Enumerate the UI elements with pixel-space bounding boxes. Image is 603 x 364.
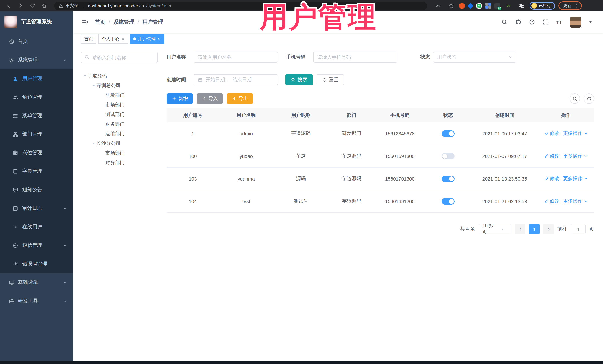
tag-view-tab[interactable]: 用户管理	[130, 34, 164, 44]
close-tab-icon[interactable]	[158, 37, 161, 41]
tree-node-label: 财务部门	[105, 159, 125, 166]
font-size-icon[interactable]: TT	[556, 19, 563, 25]
sidebar-item[interactable]: 在线用户	[0, 218, 73, 236]
status-select[interactable]: 用户状态	[433, 52, 516, 63]
browser-back-icon[interactable]	[4, 1, 13, 11]
tree-node[interactable]: 财务部门	[81, 119, 158, 129]
browser-update-button[interactable]: 更新	[558, 1, 582, 10]
more-actions-link[interactable]: 更多操作	[563, 198, 588, 205]
tree-node[interactable]: 市场部门	[81, 100, 158, 110]
browser-profile-badge[interactable]: 已暂停	[530, 2, 555, 10]
export-button[interactable]: 导出	[227, 93, 253, 104]
reset-button[interactable]: 重置	[316, 74, 344, 85]
divider	[83, 3, 83, 8]
browser-menu-dots-icon[interactable]	[574, 3, 579, 8]
sidebar-item[interactable]: 研发工具	[0, 292, 73, 310]
status-toggle[interactable]	[441, 176, 454, 182]
next-page-button[interactable]	[543, 224, 554, 234]
show-search-icon-button[interactable]	[570, 93, 580, 104]
import-button[interactable]: 导入	[197, 93, 223, 104]
tree-node[interactable]: 芋道源码	[81, 71, 158, 81]
tree-node[interactable]: 市场部门	[81, 148, 158, 158]
browser-home-icon[interactable]	[39, 1, 49, 11]
tree-node[interactable]: 长沙分公司	[81, 139, 158, 148]
sidebar-item[interactable]: 用户管理	[0, 69, 73, 88]
add-button[interactable]: 新增	[167, 93, 193, 104]
edit-link[interactable]: 修改	[544, 130, 559, 137]
logo[interactable]: 芋道管理系统	[0, 11, 73, 32]
sidebar-item[interactable]: 基础设施	[0, 273, 73, 292]
close-tab-icon[interactable]	[121, 37, 125, 41]
browser-reload-icon[interactable]	[27, 1, 37, 11]
tag-view-tab[interactable]: 个人中心	[98, 34, 128, 44]
page-size-select[interactable]: 10条/页	[479, 224, 511, 234]
search-button[interactable]: 搜索	[285, 74, 313, 85]
sidebar-item[interactable]: 系统管理	[0, 51, 73, 69]
caret-down-icon[interactable]	[91, 142, 96, 145]
browser-forward-icon[interactable]	[16, 1, 25, 11]
extensions-puzzle-icon[interactable]	[517, 1, 526, 11]
avatar-caret-down-icon[interactable]	[589, 20, 593, 24]
extension-icon-blue[interactable]	[467, 3, 474, 9]
tree-node[interactable]: 研发部门	[81, 90, 158, 100]
breadcrumb-item[interactable]: 系统管理	[105, 19, 134, 25]
edit-link[interactable]: 修改	[544, 175, 559, 182]
mobile-input[interactable]	[313, 52, 397, 63]
header-search-icon[interactable]	[501, 19, 508, 25]
browser-chrome: 不安全 dashboard.yudao.iocoder.cn/system/us…	[0, 0, 603, 11]
edit-link[interactable]: 修改	[544, 153, 559, 159]
cell-nickname: 芋道	[274, 145, 328, 167]
extension-icon-green-key[interactable]	[504, 1, 513, 11]
extension-icon-on-badge[interactable]: on	[494, 3, 500, 8]
tree-node[interactable]: 运维部门	[81, 129, 158, 139]
sidebar-item[interactable]: 部门管理	[0, 125, 73, 143]
sidebar-item[interactable]: 字典管理	[0, 162, 73, 180]
fullscreen-icon[interactable]	[543, 19, 549, 25]
github-icon[interactable]	[515, 19, 521, 25]
caret-down-icon[interactable]	[82, 74, 88, 78]
tree-node[interactable]: 测试部门	[81, 110, 158, 119]
current-page-button[interactable]: 1	[529, 224, 540, 234]
more-actions-link[interactable]: 更多操作	[563, 153, 588, 159]
dashboard-icon	[9, 39, 14, 44]
sidebar-item[interactable]: 首页	[0, 32, 73, 51]
tree-node[interactable]: 深圳总公司	[81, 81, 158, 90]
date-range-picker[interactable]: 开始日期 - 结束日期	[194, 74, 278, 85]
sidebar-item[interactable]: 通知公告	[0, 180, 73, 199]
extension-icon-green-y[interactable]: y	[476, 3, 482, 9]
more-actions-link[interactable]: 更多操作	[563, 130, 588, 137]
username-input[interactable]	[194, 52, 278, 63]
caret-down-icon[interactable]	[91, 84, 96, 88]
sidebar-item-label: 基础设施	[18, 279, 63, 286]
prev-page-button[interactable]	[515, 224, 525, 234]
calendar-icon	[198, 77, 203, 82]
sidebar-item[interactable]: 短信管理	[0, 236, 73, 255]
bookmark-star-icon[interactable]	[446, 1, 456, 11]
dept-search-input[interactable]	[81, 52, 158, 63]
extension-icon-grid[interactable]	[485, 3, 491, 9]
collapse-sidebar-icon[interactable]	[82, 19, 88, 25]
address-bar[interactable]: 不安全 dashboard.yudao.iocoder.cn/system/us…	[54, 2, 427, 10]
sidebar-item[interactable]: 岗位管理	[0, 143, 73, 162]
sidebar-item[interactable]: 菜单管理	[0, 106, 73, 125]
chevron-down-icon	[63, 206, 67, 210]
extension-icon-orange[interactable]	[459, 3, 465, 9]
help-icon[interactable]	[529, 19, 535, 25]
breadcrumb-item[interactable]: 首页	[95, 19, 105, 25]
tree-node[interactable]: 财务部门	[81, 158, 158, 167]
goto-page-input[interactable]	[571, 224, 586, 234]
tag-view-tab[interactable]: 首页	[81, 34, 96, 44]
sidebar-item[interactable]: 审计日志	[0, 199, 73, 218]
sidebar-item[interactable]: 错误码管理	[0, 255, 73, 273]
table-header-cell: 状态	[425, 108, 471, 122]
key-icon[interactable]	[433, 1, 443, 11]
refresh-table-icon-button[interactable]	[584, 93, 594, 104]
status-toggle[interactable]	[441, 130, 454, 137]
status-toggle[interactable]	[441, 198, 454, 204]
status-toggle[interactable]	[441, 153, 454, 159]
edit-link[interactable]: 修改	[544, 198, 559, 205]
sidebar-item[interactable]: 角色管理	[0, 88, 73, 106]
breadcrumb-item[interactable]: 用户管理	[134, 19, 163, 25]
user-avatar[interactable]	[570, 16, 581, 28]
more-actions-link[interactable]: 更多操作	[563, 175, 588, 182]
